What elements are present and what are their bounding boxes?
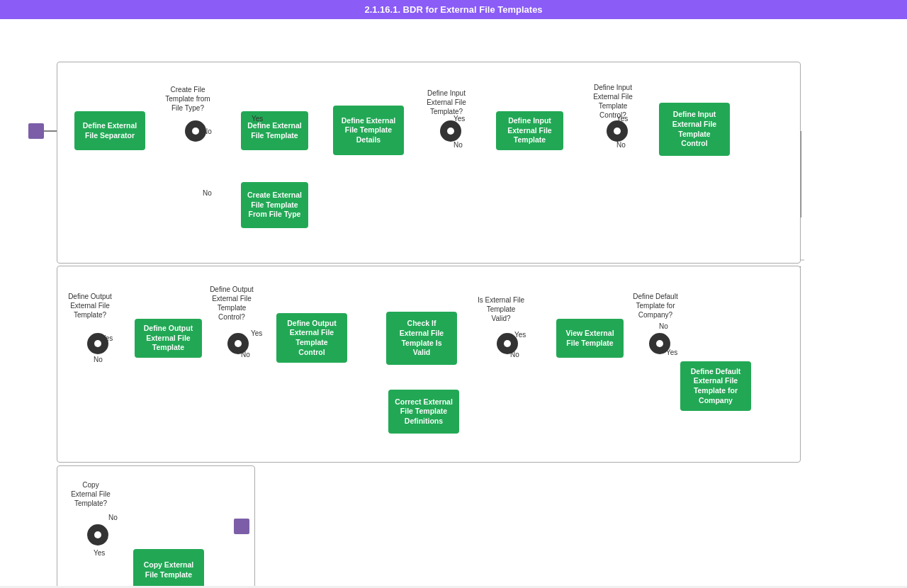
arrow-label-no-d6: No bbox=[510, 351, 519, 358]
define-input-external-file-template-control[interactable]: Define InputExternal FileTemplateControl bbox=[659, 103, 730, 156]
diagram-area: Define ExternalFile Separator Define Ext… bbox=[0, 19, 907, 586]
decision-label-is-valid: Is External FileTemplateValid? bbox=[473, 295, 529, 323]
arrow-label-no-d5: No bbox=[241, 351, 250, 358]
decision-label-define-output-template-control: Define OutputExternal FileTemplateContro… bbox=[200, 285, 264, 322]
arrow-label-yes-d4: Yes bbox=[101, 334, 113, 342]
arrow-label-yes-d2: Yes bbox=[454, 115, 465, 123]
page-title: 2.1.16.1. BDR for External File Template… bbox=[364, 4, 542, 15]
check-if-external-file-template-is-valid[interactable]: Check IfExternal FileTemplate IsValid bbox=[386, 312, 457, 365]
decision-label-copy-template: CopyExternal FileTemplate? bbox=[62, 480, 119, 508]
define-output-external-file-template[interactable]: Define OutputExternal FileTemplate bbox=[135, 319, 202, 358]
decision-define-input-template-control bbox=[607, 120, 628, 142]
arrow-label-no-d7: No bbox=[659, 322, 668, 330]
define-input-external-file-template[interactable]: Define InputExternal FileTemplate bbox=[496, 111, 563, 150]
title-bar: 2.1.16.1. BDR for External File Template… bbox=[0, 0, 907, 19]
arrow-label-no-d8: No bbox=[108, 514, 118, 521]
copy-external-file-template[interactable]: Copy ExternalFile Template bbox=[133, 549, 204, 586]
arrow-label-no-d2: No bbox=[454, 141, 463, 149]
view-external-file-template[interactable]: View ExternalFile Template bbox=[556, 319, 624, 358]
define-default-external-file-template-for-company[interactable]: Define DefaultExternal FileTemplate forC… bbox=[680, 361, 751, 411]
decision-define-input-template bbox=[440, 120, 461, 142]
decision-label-define-default-template: Define DefaultTemplate forCompany? bbox=[624, 292, 687, 320]
define-external-file-template-details[interactable]: Define ExternalFile TemplateDetails bbox=[333, 106, 404, 155]
arrow-label-yes-d1: Yes bbox=[252, 115, 263, 123]
define-output-external-file-template-control[interactable]: Define OutputExternal FileTemplateContro… bbox=[276, 313, 347, 363]
start-square-1 bbox=[28, 123, 44, 139]
arrow-label-no-d1-create: No bbox=[203, 189, 212, 197]
create-external-file-template-from-file-type[interactable]: Create ExternalFile TemplateFrom File Ty… bbox=[241, 182, 308, 228]
decision-copy-template bbox=[87, 524, 108, 545]
define-external-file-separator[interactable]: Define ExternalFile Separator bbox=[74, 111, 145, 150]
decision-label-define-input-template: Define InputExternal FileTemplate? bbox=[415, 89, 478, 116]
start-square-2 bbox=[234, 519, 249, 534]
decision-label-create-file-template: Create FileTemplate fromFile Type? bbox=[156, 85, 220, 113]
decision-label-define-output-template: Define OutputExternal FileTemplate? bbox=[58, 292, 122, 320]
arrow-label-yes-d8: Yes bbox=[94, 549, 105, 557]
arrow-label-yes-d7: Yes bbox=[666, 349, 677, 356]
arrow-label-yes-d5: Yes bbox=[251, 329, 262, 337]
arrow-label-no-d1-template: No bbox=[203, 128, 212, 135]
decision-label-define-input-template-control: Define InputExternal FileTemplateControl… bbox=[581, 83, 645, 120]
arrow-label-yes-d6: Yes bbox=[514, 331, 526, 339]
arrow-label-yes-d3: Yes bbox=[616, 115, 628, 123]
arrow-label-no-d3: No bbox=[616, 141, 626, 149]
correct-external-file-template-definitions[interactable]: Correct ExternalFile TemplateDefinitions bbox=[388, 390, 459, 434]
arrow-label-no-d4: No bbox=[94, 356, 103, 363]
